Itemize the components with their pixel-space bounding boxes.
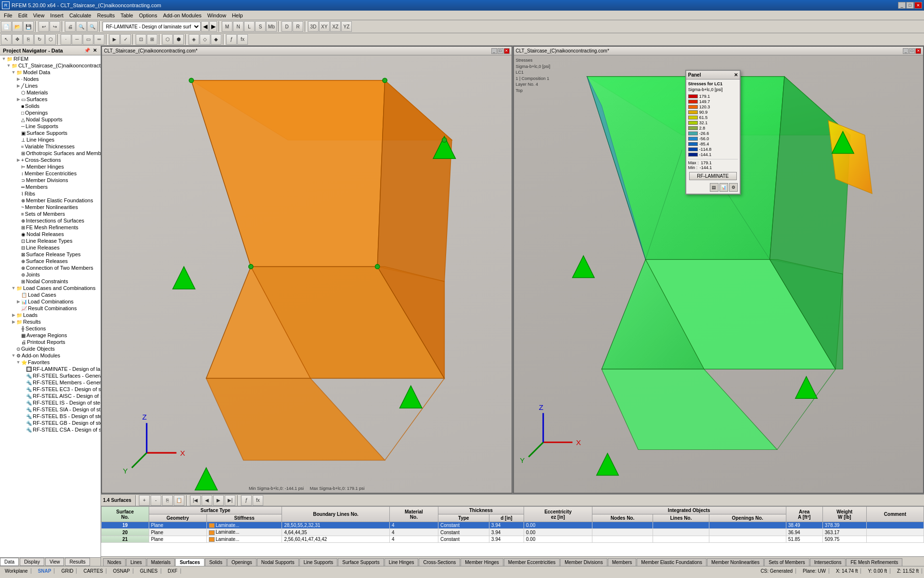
tb-save[interactable]: 💾 xyxy=(23,21,34,32)
status-cartes[interactable]: CARTES xyxy=(80,568,106,574)
bottom-tab-lines[interactable]: Lines xyxy=(126,558,146,566)
tree-toggle[interactable] xyxy=(20,366,26,372)
tb-zoom-fit[interactable]: ⊡ xyxy=(136,34,146,45)
tb-rotate[interactable]: ↻ xyxy=(34,34,45,45)
tb-result[interactable]: R xyxy=(293,21,303,32)
status-grid[interactable]: GRID xyxy=(58,568,77,574)
table-btn-prev[interactable]: ◀ xyxy=(202,495,212,506)
tree-item[interactable]: 🖨Printout Reports xyxy=(0,339,101,345)
tree-toggle[interactable] xyxy=(15,218,21,223)
viewport-right-max[interactable]: □ xyxy=(909,48,915,54)
tb-member-tool[interactable]: Mb xyxy=(266,21,277,32)
viewport-left-max[interactable]: □ xyxy=(498,48,503,54)
mode-tab-results[interactable]: Results xyxy=(65,558,90,566)
tb-select[interactable]: ↖ xyxy=(1,34,12,45)
maximize-btn[interactable]: □ xyxy=(906,2,914,9)
tb-viewxz[interactable]: XZ xyxy=(330,21,341,32)
table-row[interactable]: 19PlaneLaminate...28,50,55,2,32,314Const… xyxy=(102,522,924,529)
tree-toggle[interactable] xyxy=(15,224,21,230)
viewport-left-body[interactable]: X Z Y Min Sigm xyxy=(102,55,512,493)
bottom-tab-member-eccentricities[interactable]: Member Eccentricities xyxy=(504,558,560,566)
tree-toggle[interactable] xyxy=(15,278,21,284)
close-btn[interactable]: ✕ xyxy=(914,2,922,9)
tree-toggle[interactable] xyxy=(20,427,26,433)
tree-toggle[interactable] xyxy=(15,144,21,149)
menu-results[interactable]: Results xyxy=(94,12,118,19)
tree-toggle[interactable]: ▼ xyxy=(6,63,12,68)
tb-wire[interactable]: ◇ xyxy=(200,34,210,45)
viewport-left-min[interactable]: _ xyxy=(491,48,497,54)
minimize-btn[interactable]: _ xyxy=(898,2,906,9)
menu-calculate[interactable]: Calculate xyxy=(66,12,94,19)
tree-item[interactable]: ⊗Member Elastic Foundations xyxy=(0,197,101,204)
tree-item[interactable]: ⊗Connection of Two Members xyxy=(0,264,101,271)
tree-item[interactable]: ▶·Nodes xyxy=(0,76,101,82)
bottom-tab-line-hinges[interactable]: Line Hinges xyxy=(385,558,419,566)
menu-options[interactable]: Options xyxy=(136,12,160,19)
bottom-tab-openings[interactable]: Openings xyxy=(227,558,257,566)
bottom-tab-line-supports[interactable]: Line Supports xyxy=(299,558,338,566)
bottom-tab-sets-of-members[interactable]: Sets of Members xyxy=(764,558,809,566)
tb-fx[interactable]: fx xyxy=(237,34,248,45)
tree-item[interactable]: ≡Sets of Members xyxy=(0,210,101,217)
tree-item[interactable]: ⊃Member Divisions xyxy=(0,177,101,184)
tree-toggle[interactable] xyxy=(15,292,21,298)
tb-move[interactable]: ✥ xyxy=(12,34,23,45)
tree-toggle[interactable]: ▼ xyxy=(1,56,7,62)
tree-item[interactable]: ↕Member Eccentricities xyxy=(0,170,101,177)
tree-item[interactable]: ≈Variable Thicknesses xyxy=(0,143,101,150)
tb-iso[interactable]: ⬡ xyxy=(162,34,173,45)
tree-toggle[interactable]: ▶ xyxy=(15,83,21,89)
tree-item[interactable]: ▼📁CLT_Staircase_(C)naikooncontracting.co… xyxy=(0,62,101,69)
tree-item[interactable]: ■Solids xyxy=(0,103,101,109)
status-osnap[interactable]: OSNAP xyxy=(110,568,133,574)
menu-insert[interactable]: Insert xyxy=(47,12,66,19)
tree-item[interactable]: 🔲RF-LAMINATE - Design of lamin xyxy=(0,366,101,372)
tree-toggle[interactable] xyxy=(15,305,21,311)
tree-toggle[interactable] xyxy=(15,211,21,217)
tree-item[interactable]: ⊕Surface Releases xyxy=(0,258,101,264)
tree-toggle[interactable] xyxy=(15,137,21,143)
tree-toggle[interactable] xyxy=(20,393,26,399)
tb-view3d[interactable]: 3D xyxy=(308,21,319,32)
nav-prev-btn[interactable]: ◀ xyxy=(201,21,209,32)
tree-item[interactable]: 🔩RF-STEEL IS - Design of steel membe xyxy=(0,399,101,406)
tb-copy[interactable]: ⎘ xyxy=(23,34,34,45)
tree-item[interactable]: ⊢Member Hinges xyxy=(0,163,101,170)
tree-toggle[interactable] xyxy=(15,117,21,122)
tree-item[interactable]: 🔩RF-STEEL AISC - Design of steel mem xyxy=(0,393,101,399)
tree-item[interactable]: ⬡Materials xyxy=(0,89,101,96)
tree-item[interactable]: ▣Surface Supports xyxy=(0,130,101,136)
bottom-tab-member-elastic-foundations[interactable]: Member Elastic Foundations xyxy=(637,558,706,566)
tree-toggle[interactable] xyxy=(15,110,21,116)
tree-toggle[interactable] xyxy=(20,400,26,406)
tree-toggle[interactable] xyxy=(15,245,21,250)
bottom-tab-cross-sections[interactable]: Cross-Sections xyxy=(419,558,460,566)
menu-edit[interactable]: Edit xyxy=(15,12,30,19)
tb-new[interactable]: 📄 xyxy=(1,21,12,32)
tree-item[interactable]: ▼📁Model Data xyxy=(0,69,101,76)
table-btn-add[interactable]: + xyxy=(139,495,150,506)
menu-window[interactable]: Window xyxy=(205,12,229,19)
bottom-tab-nodal-supports[interactable]: Nodal Supports xyxy=(257,558,299,566)
table-btn-paste[interactable]: 📋 xyxy=(174,495,184,506)
tree-toggle[interactable] xyxy=(15,123,21,129)
tree-item[interactable]: ⊞Nodal Constraints xyxy=(0,278,101,285)
tree-toggle[interactable]: ▼ xyxy=(11,285,16,291)
table-btn-del[interactable]: - xyxy=(151,495,161,506)
table-area[interactable]: SurfaceNo. Surface Type Boundary Lines N… xyxy=(101,506,924,556)
tree-item[interactable]: △Nodal Supports xyxy=(0,116,101,123)
tree-item[interactable]: ▶📁Results xyxy=(0,318,101,325)
tree-toggle[interactable] xyxy=(15,103,21,109)
table-row[interactable]: 20PlaneLaminate...4,64,44,354Constant3.9… xyxy=(102,529,924,536)
tree-item[interactable]: ⊙Guide Objects xyxy=(0,345,101,352)
status-snap[interactable]: SNAP xyxy=(35,568,55,574)
viewport-right-body[interactable]: Stresses Sigma-b+lc,0 [psi] LC1 1 | Comp… xyxy=(514,55,924,493)
tb-render[interactable]: ◈ xyxy=(189,34,199,45)
tb-calc-all[interactable]: ▶ xyxy=(109,34,120,45)
bottom-tab-members[interactable]: Members xyxy=(608,558,637,566)
tree-item[interactable]: ▶▭Surfaces xyxy=(0,96,101,103)
tree-toggle[interactable] xyxy=(20,380,26,385)
table-btn-next[interactable]: ▶ xyxy=(213,495,224,506)
tb-open[interactable]: 📂 xyxy=(12,21,23,32)
